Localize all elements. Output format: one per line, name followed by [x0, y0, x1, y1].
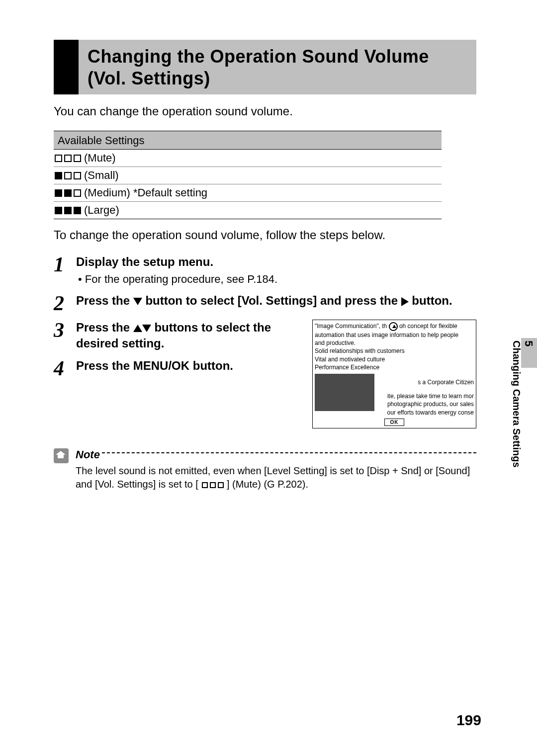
row-label: (Large) — [84, 204, 119, 217]
table-row: (Mute) — [54, 150, 442, 167]
table-row: (Medium) *Default setting — [54, 184, 442, 202]
intro-text: You can change the operation sound volum… — [54, 104, 476, 118]
steps-with-screenshot: 3 Press the buttons to select the desire… — [54, 320, 476, 428]
default-setting-note: *Default setting — [133, 186, 207, 199]
right-arrow-icon — [401, 297, 409, 306]
lcd-text: oh concept for flexible — [399, 323, 457, 330]
volume-level-icon — [201, 482, 224, 488]
volume-level-icon — [54, 172, 81, 179]
page-number: 199 — [456, 712, 481, 729]
note-divider — [102, 452, 476, 453]
target-cursor-icon — [389, 322, 398, 331]
step-number: 3 — [54, 320, 76, 352]
row-label: (Mute) — [84, 152, 116, 165]
lcd-text: "Image Communication", th — [315, 323, 387, 330]
lcd-text: Performance Excellence — [315, 363, 474, 371]
step-4: 4 Press the MENU/OK button. — [54, 358, 303, 379]
volume-level-icon — [54, 207, 81, 214]
step-number: 2 — [54, 293, 76, 314]
steps-list: 1 Display the setup menu. For the operat… — [54, 254, 476, 428]
chapter-title: Changing Camera Settings — [511, 340, 522, 468]
note-icon — [54, 448, 69, 463]
volume-level-icon — [54, 155, 81, 162]
step-title: Press the button to select [Vol. Setting… — [76, 293, 476, 309]
lcd-text: and productive. — [315, 339, 474, 347]
volume-level-icon — [54, 189, 81, 197]
down-arrow-icon — [133, 298, 142, 305]
table-row: (Small) — [54, 167, 442, 184]
manual-page: Changing the Operation Sound Volume (Vol… — [54, 40, 476, 491]
note-block: Note The level sound is not emitted, eve… — [54, 448, 476, 491]
camera-lcd-screenshot: "Image Communication", th oh concept for… — [312, 320, 476, 428]
heading-accent-bar — [54, 40, 79, 94]
heading-text: Changing the Operation Sound Volume (Vol… — [79, 40, 476, 94]
chapter-number: 5 — [523, 340, 535, 346]
step-2: 2 Press the button to select [Vol. Setti… — [54, 293, 476, 314]
step-title: Press the MENU/OK button. — [76, 358, 303, 374]
lcd-text: Solid relationships with customers — [315, 347, 474, 355]
step-title: Press the buttons to select the desired … — [76, 320, 303, 352]
table-header: Available Settings — [54, 131, 442, 150]
down-arrow-icon — [142, 325, 151, 332]
lcd-text: automation that uses image information t… — [315, 331, 474, 339]
note-text-part: ] (Mute) (G P.202). — [227, 479, 308, 490]
step-text: Press the — [76, 321, 133, 334]
step-number: 1 — [54, 254, 76, 287]
row-label: (Small) — [84, 169, 119, 182]
step-text: button. — [412, 294, 452, 307]
note-text: The level sound is not emitted, even whe… — [76, 464, 476, 491]
lcd-menu-overlay — [315, 374, 374, 411]
section-heading: Changing the Operation Sound Volume (Vol… — [54, 40, 476, 94]
step-1: 1 Display the setup menu. For the operat… — [54, 254, 476, 287]
up-arrow-icon — [133, 325, 142, 332]
step-3: 3 Press the buttons to select the desire… — [54, 320, 303, 352]
note-label: Note — [76, 448, 100, 461]
step-number: 4 — [54, 358, 76, 379]
available-settings-table: Available Settings (Mute) (Small) (Mediu… — [54, 131, 442, 219]
step-title: Display the setup menu. — [76, 254, 476, 270]
instructions-lead: To change the operation sound volume, fo… — [54, 228, 476, 242]
table-row: (Large) — [54, 202, 442, 219]
step-text: Press the — [76, 294, 133, 307]
lcd-ok-button: OK — [384, 419, 404, 426]
row-label: (Medium) — [84, 186, 130, 199]
step-text: button to select [Vol. Settings] and pre… — [145, 294, 401, 307]
lcd-text: Vital and motivated culture — [315, 355, 474, 363]
step-subtext: For the operating procedure, see P.184. — [76, 272, 476, 287]
chapter-label: 5 Changing Camera Settings — [511, 340, 535, 468]
